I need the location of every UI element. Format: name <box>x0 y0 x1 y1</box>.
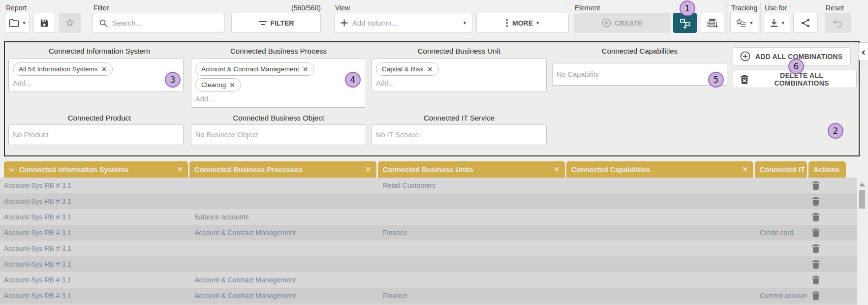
column-header-label: Connected Information Systems <box>19 166 128 174</box>
plus-circle-icon <box>740 51 750 61</box>
business-process-field[interactable]: Account & Contract Management✕ Clearing✕… <box>191 59 366 108</box>
cell-it_service <box>755 241 807 256</box>
report-group-label: Report <box>6 4 27 12</box>
annotation-callout-3: 3 <box>165 72 181 88</box>
create-element-button[interactable]: CREATE <box>574 13 670 33</box>
plus-icon <box>341 19 348 27</box>
column-header-label: Connected Business Units <box>383 166 473 174</box>
remove-chip-icon[interactable]: ✕ <box>229 81 235 89</box>
add-value-placeholder[interactable]: Add... <box>12 77 180 88</box>
cell-business_unit <box>378 193 565 209</box>
cell-business_process: Account & Contract Management <box>189 288 376 304</box>
chip-label: Clearing <box>201 81 226 89</box>
chevron-down-icon[interactable]: ▾ <box>463 20 466 26</box>
table-row: Account-Sys RB # 3.1Retail Customers <box>0 178 857 193</box>
business-object-field[interactable]: No Business Object <box>191 124 366 145</box>
tracking-button[interactable]: ▾ <box>730 13 758 33</box>
search-input[interactable] <box>112 19 218 27</box>
filter-chip[interactable]: All 54 Information Systems✕ <box>13 62 113 76</box>
delete-row-button[interactable] <box>812 275 821 284</box>
collapse-panel-toggle[interactable]: ‹ <box>858 42 868 61</box>
create-button-label: CREATE <box>615 19 643 27</box>
more-button-label: MORE <box>512 19 533 27</box>
filter-chip[interactable]: Capital & Risk✕ <box>376 62 439 76</box>
cell-capability <box>566 272 753 288</box>
delete-row-button[interactable] <box>812 228 821 237</box>
cell-capability <box>566 288 753 304</box>
remove-column-icon[interactable]: ✕ <box>365 165 372 174</box>
annotation-callout-1: 1 <box>680 0 695 16</box>
remove-column-icon[interactable]: ✕ <box>177 165 183 174</box>
download-icon <box>770 18 778 28</box>
list-export-button[interactable] <box>701 13 724 33</box>
cell-it_service <box>755 209 807 225</box>
cell-information_system: Account-Sys RB # 3.1 <box>0 288 184 304</box>
more-button[interactable]: MORE ▾ <box>476 13 569 33</box>
filter-chip[interactable]: Account & Contract Management✕ <box>195 62 314 76</box>
share-button[interactable] <box>793 13 818 33</box>
delete-row-button[interactable] <box>812 197 821 206</box>
toolbar-separator <box>328 2 328 35</box>
delete-row-button[interactable] <box>812 291 821 300</box>
column-header-business-units[interactable]: Connected Business Units ✕ <box>378 161 565 178</box>
toolbar: Report ▾ Filter (560/560) <box>0 0 868 38</box>
chip-label: All 54 Information Systems <box>19 65 98 73</box>
filter-button[interactable]: FILTER <box>231 13 321 33</box>
remove-chip-icon[interactable]: ✕ <box>427 65 433 73</box>
cell-it_service <box>755 178 807 193</box>
reset-button[interactable] <box>825 13 851 33</box>
delete-row-button[interactable] <box>812 213 821 221</box>
column-header-it-services[interactable]: Connected IT Services <box>755 161 807 178</box>
add-value-placeholder[interactable]: Add... <box>375 77 543 88</box>
filter-chip[interactable]: Clearing✕ <box>195 78 241 92</box>
share-icon <box>801 18 810 28</box>
sort-chevron-icon[interactable] <box>9 168 15 172</box>
delete-all-combinations-label: DELETE ALL COMBINATIONS <box>754 71 849 87</box>
toolbar-separator <box>82 2 82 35</box>
download-button[interactable]: ▾ <box>764 13 790 33</box>
cell-information_system: Account-Sys RB # 3.1 <box>0 241 184 256</box>
chip-label: Account & Contract Management <box>201 65 299 73</box>
no-value-placeholder[interactable]: No Business Object <box>194 127 363 140</box>
cell-business_unit <box>378 209 565 225</box>
favorite-report-button[interactable] <box>59 13 81 33</box>
remove-column-icon[interactable]: ✕ <box>554 165 560 174</box>
remove-chip-icon[interactable]: ✕ <box>303 65 309 73</box>
product-field[interactable]: No Product <box>8 124 184 145</box>
business-unit-field[interactable]: Capital & Risk✕ Add... <box>372 59 547 92</box>
open-report-button[interactable]: ▾ <box>5 13 30 33</box>
no-value-placeholder[interactable]: No IT Service <box>375 127 543 140</box>
cell-business_unit: Retail Customers <box>378 178 565 193</box>
column-header-business-processes[interactable]: Connected Business Processes ✕ <box>189 161 376 178</box>
no-value-placeholder[interactable]: No Product <box>12 127 180 140</box>
element-group-label: Element <box>575 4 600 12</box>
toolbar-separator <box>726 2 727 35</box>
add-column-input[interactable] <box>352 19 459 27</box>
delete-row-button[interactable] <box>812 244 821 253</box>
cell-business_process: Balance accounts <box>189 209 376 225</box>
scrollbar-thumb[interactable] <box>859 190 865 209</box>
delete-row-button[interactable] <box>812 260 821 269</box>
cell-business_unit: Finance <box>378 288 565 304</box>
capabilities-field[interactable]: No Capability <box>552 63 727 86</box>
delete-row-button[interactable] <box>812 181 821 190</box>
field-label-business-process: Connected Business Process <box>191 47 366 55</box>
filter-result-count: (560/560) <box>272 4 321 12</box>
remove-column-icon[interactable]: ✕ <box>742 165 748 174</box>
remove-chip-icon[interactable]: ✕ <box>101 65 107 73</box>
column-header-information-systems[interactable]: Connected Information Systems ✕ <box>4 161 188 178</box>
save-report-button[interactable] <box>33 13 55 33</box>
filter-button-label: FILTER <box>271 19 294 27</box>
plus-circle-icon <box>602 18 611 28</box>
folder-icon <box>9 19 19 28</box>
cell-business_process <box>189 178 376 193</box>
table-row: Account-Sys RB # 3.1 <box>0 241 857 256</box>
scrollbar-up-arrow[interactable] <box>859 183 865 186</box>
cell-business_unit: Finance <box>378 225 565 241</box>
no-value-placeholder[interactable]: No Capability <box>556 66 724 79</box>
information-system-field[interactable]: All 54 Information Systems✕ Add... <box>8 59 184 92</box>
column-header-capabilities[interactable]: Connected Capabilities ✕ <box>566 161 753 178</box>
add-value-placeholder[interactable]: Add... <box>194 93 363 104</box>
it-service-field[interactable]: No IT Service <box>372 124 547 145</box>
cell-it_service <box>755 256 807 272</box>
